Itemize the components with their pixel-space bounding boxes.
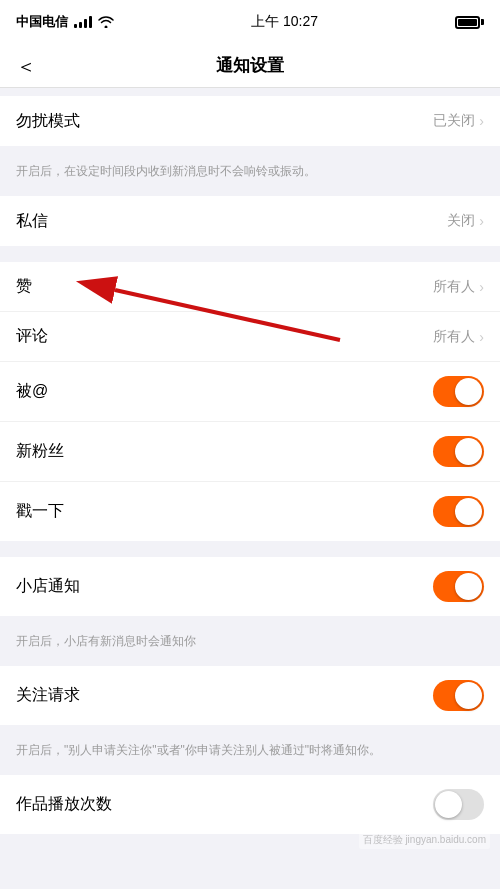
row-mentioned: 被@ [0,362,500,422]
value-dnd-mode: 已关闭 › [433,112,484,130]
status-right [455,16,484,29]
label-new-fans: 新粉丝 [16,441,64,462]
row-shop-notify: 小店通知 [0,557,500,616]
label-follow-request: 关注请求 [16,685,80,706]
desc-dnd: 开启后，在设定时间段内收到新消息时不会响铃或振动。 [0,154,500,188]
carrier-label: 中国电信 [16,13,68,31]
back-button[interactable]: ＜ [16,56,36,76]
row-comments[interactable]: 评论 所有人 › [0,312,500,362]
value-private: 关闭 › [447,212,484,230]
signal-icon [74,16,92,28]
row-slash: 戳一下 [0,482,500,541]
chevron-dnd: › [479,113,484,129]
row-new-fans: 新粉丝 [0,422,500,482]
label-shop-notify: 小店通知 [16,576,80,597]
chevron-likes: › [479,279,484,295]
status-left: 中国电信 [16,13,114,31]
wifi-icon [98,16,114,28]
value-comments: 所有人 › [433,328,484,346]
value-likes: 所有人 › [433,278,484,296]
section-dnd: 勿扰模式 已关闭 › [0,96,500,146]
section-shop: 小店通知 [0,557,500,616]
label-play-count: 作品播放次数 [16,794,112,815]
toggle-slash[interactable] [433,496,484,527]
chevron-comments: › [479,329,484,345]
status-bar: 中国电信 上午 10:27 [0,0,500,44]
desc-shop: 开启后，小店有新消息时会通知你 [0,624,500,658]
watermark-text: 百度经验 jingyan.baidu.com [359,831,490,849]
section-follow: 关注请求 [0,666,500,725]
row-likes[interactable]: 赞 所有人 › [0,262,500,312]
toggle-new-fans[interactable] [433,436,484,467]
label-dnd-mode: 勿扰模式 [16,111,80,132]
row-play-count: 作品播放次数 [0,775,500,834]
toggle-shop-notify[interactable] [433,571,484,602]
row-private-message[interactable]: 私信 关闭 › [0,196,500,246]
section-works: 作品播放次数 [0,775,500,834]
settings-content: 勿扰模式 已关闭 › 开启后，在设定时间段内收到新消息时不会响铃或振动。 私信 … [0,88,500,834]
section-interactions: 赞 所有人 › 评论 所有人 › 被@ 新粉丝 [0,262,500,541]
status-time: 上午 10:27 [251,13,318,31]
toggle-mentioned[interactable] [433,376,484,407]
label-likes: 赞 [16,276,32,297]
section-private: 私信 关闭 › [0,196,500,246]
label-mentioned: 被@ [16,381,48,402]
page-wrapper: 中国电信 上午 10:27 ＜ 通知设置 [0,0,500,889]
row-follow-request: 关注请求 [0,666,500,725]
chevron-private: › [479,213,484,229]
nav-bar: ＜ 通知设置 [0,44,500,88]
desc-follow: 开启后，"别人申请关注你"或者"你申请关注别人被通过"时将通知你。 [0,733,500,767]
toggle-follow-request[interactable] [433,680,484,711]
label-private: 私信 [16,211,48,232]
label-comments: 评论 [16,326,48,347]
page-title: 通知设置 [216,54,284,77]
row-dnd-mode[interactable]: 勿扰模式 已关闭 › [0,96,500,146]
label-slash: 戳一下 [16,501,64,522]
toggle-play-count[interactable] [433,789,484,820]
watermark: 百度经验 jingyan.baidu.com [359,831,490,849]
battery-icon [455,16,484,29]
